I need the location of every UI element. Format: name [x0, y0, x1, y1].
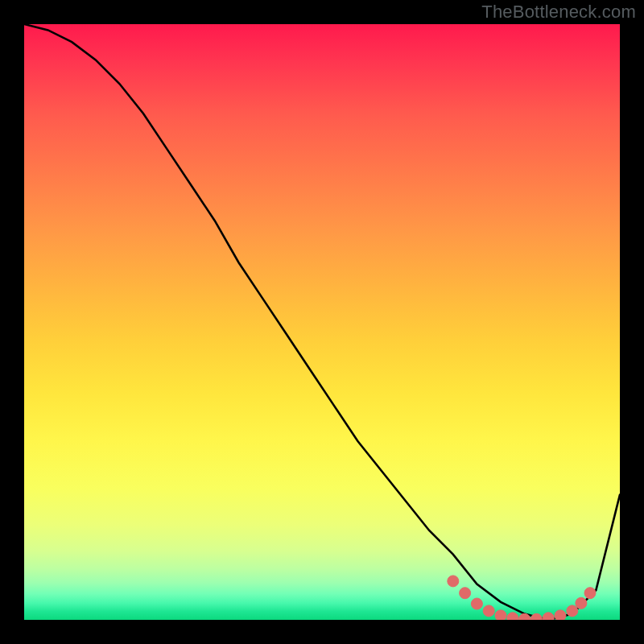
curve-marker	[576, 597, 587, 609]
curve-svg	[24, 24, 620, 620]
bottleneck-curve	[24, 24, 620, 620]
curve-marker	[584, 588, 596, 599]
curve-marker	[460, 588, 471, 599]
curve-marker	[543, 613, 554, 620]
chart-frame: TheBottleneck.com	[0, 0, 644, 644]
curve-marker	[495, 610, 506, 620]
curve-marker	[567, 605, 578, 617]
curve-layer	[24, 24, 620, 620]
curve-marker	[483, 605, 494, 617]
plot-area	[24, 24, 620, 620]
curve-marker	[448, 576, 459, 587]
curve-marker	[507, 613, 518, 620]
curve-marker	[530, 613, 542, 620]
curve-marker	[555, 610, 566, 620]
curve-marker	[471, 598, 482, 609]
watermark-text: TheBottleneck.com	[481, 2, 636, 23]
